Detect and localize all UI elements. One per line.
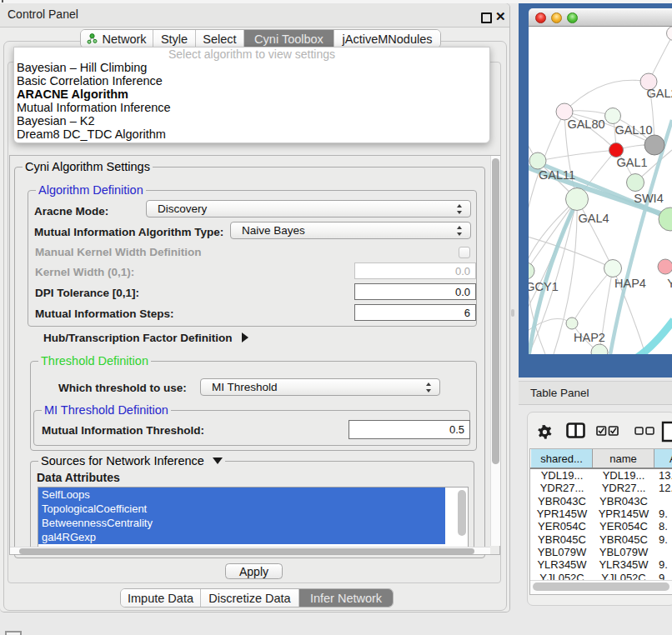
table-row[interactable]: YLR345WYLR345W9. xyxy=(530,558,672,571)
table-row[interactable]: YJL052CYJL052C9. xyxy=(530,571,672,580)
tab-select-label: Select xyxy=(203,32,236,46)
network-edge xyxy=(577,199,613,268)
node-table[interactable]: shared...nameA YDL19...YDL19...13.YDR27.… xyxy=(529,448,672,595)
combo-arrows-icon xyxy=(425,382,433,392)
network-node-gal1[interactable] xyxy=(609,143,624,158)
minimize-traffic-light[interactable] xyxy=(551,12,562,23)
table-cell: YPR145W xyxy=(593,508,654,520)
manual-kernel-checkbox[interactable] xyxy=(459,247,470,258)
tab-impute-data[interactable]: Impute Data xyxy=(121,589,201,607)
network-node-gal10[interactable] xyxy=(605,108,621,124)
network-window-titlebar[interactable] xyxy=(529,8,672,27)
mi-threshold-label: Mutual Information Threshold: xyxy=(42,424,204,437)
network-node-gal11[interactable] xyxy=(529,152,546,169)
zoom-traffic-light[interactable] xyxy=(567,12,578,23)
network-graph: GAL2GAL80GAL10GAL1GAL11GAL4SWI4GCY1HAP4Y… xyxy=(529,27,672,354)
float-window-icon[interactable] xyxy=(481,12,492,23)
hub-definition-toggle[interactable]: Hub/Transcription Factor Definition xyxy=(43,332,248,344)
attribute-item-topologicalcoefficient[interactable]: TopologicalCoefficient xyxy=(38,502,445,516)
vertical-scrollbar-thumb[interactable] xyxy=(492,158,499,464)
split-columns-icon[interactable] xyxy=(566,422,585,438)
table-cell: YBR045C xyxy=(593,533,654,546)
algorithm-option-aracne-algorithm[interactable]: ARACNE Algorithm xyxy=(14,88,489,101)
tab-discretize-data-label: Discretize Data xyxy=(208,592,290,605)
attribute-item-gal4rgexp[interactable]: gal4RGexp xyxy=(38,530,445,544)
tab-network[interactable]: Network xyxy=(81,30,153,48)
dpi-tolerance-field[interactable]: 0.0 xyxy=(354,283,476,300)
table-cell: YPR145W xyxy=(531,508,593,520)
data-attributes-list[interactable]: SelfLoopsTopologicalCoefficientBetweenne… xyxy=(38,487,469,548)
expand-arrow-icon xyxy=(242,332,248,342)
network-node[interactable] xyxy=(644,135,664,155)
panel-divider-handle[interactable] xyxy=(511,309,514,317)
table-cell: 13. xyxy=(659,469,672,482)
threshold-definition-title: Threshold Definition xyxy=(38,355,151,368)
column-header-shared[interactable]: shared... xyxy=(531,449,593,468)
dpi-tolerance-label: DPI Tolerance [0,1]: xyxy=(35,287,139,299)
node-label-hap4: HAP4 xyxy=(614,277,646,290)
mi-type-label: Mutual Information Algorithm Type: xyxy=(34,226,223,238)
tab-select[interactable]: Select xyxy=(196,30,244,48)
close-traffic-light[interactable] xyxy=(535,12,546,23)
tab-discretize-data[interactable]: Discretize Data xyxy=(201,589,299,607)
algorithm-option-bayesian-hill-climbing[interactable]: Bayesian – Hill Climbing xyxy=(14,61,489,74)
network-node-y[interactable] xyxy=(658,259,672,274)
mi-steps-label: Mutual Information Steps: xyxy=(35,308,174,320)
network-node-gcy1[interactable] xyxy=(529,262,534,279)
table-cell xyxy=(659,546,672,558)
network-node[interactable] xyxy=(667,27,672,41)
mi-type-value: Naive Bayes xyxy=(242,224,305,237)
network-node[interactable] xyxy=(591,344,608,354)
horizontal-scrollbar-thumb[interactable] xyxy=(19,548,474,554)
table-hscrollbar-thumb[interactable] xyxy=(533,582,669,591)
aracne-mode-select[interactable]: Discovery xyxy=(146,200,471,218)
collapse-arrow-icon[interactable] xyxy=(213,458,223,464)
aracne-mode-label: Aracne Mode: xyxy=(34,205,108,218)
document-icon[interactable] xyxy=(661,421,672,442)
mi-type-select[interactable]: Naive Bayes xyxy=(230,222,471,239)
attribute-item-betweennesscentrality[interactable]: BetweennessCentrality xyxy=(38,516,445,530)
tab-cyni-toolbox-label: Cyni Toolbox xyxy=(254,32,323,46)
tab-cyni-toolbox[interactable]: Cyni Toolbox xyxy=(244,30,334,48)
network-node-hap2[interactable] xyxy=(566,318,578,329)
network-node-gal4[interactable] xyxy=(566,188,589,211)
tab-style[interactable]: Style xyxy=(153,30,196,48)
algorithm-option-dream8-dc-tdc-algorithm[interactable]: Dream8 DC_TDC Algorithm xyxy=(14,128,489,141)
table-row[interactable]: YBL079WYBL079W xyxy=(530,546,672,558)
network-node-hap4[interactable] xyxy=(604,260,622,278)
close-icon[interactable]: ✕ xyxy=(495,9,506,24)
column-header-a[interactable]: A xyxy=(654,449,672,468)
table-row[interactable]: YPR145WYPR145W9. xyxy=(530,508,672,520)
table-cell: 9. xyxy=(659,558,672,571)
table-row[interactable]: YDL19...YDL19...13. xyxy=(530,469,672,482)
gear-icon[interactable] xyxy=(538,425,552,439)
checked-columns-icon[interactable] xyxy=(596,426,619,436)
algorithm-option-bayesian-k2[interactable]: Bayesian – K2 xyxy=(14,114,489,128)
tab-jactivemnodules[interactable]: jActiveMNodules xyxy=(334,30,440,48)
kernel-width-field[interactable]: 0.0 xyxy=(354,262,476,279)
which-threshold-select[interactable]: MI Threshold xyxy=(200,378,440,396)
apply-button[interactable]: Apply xyxy=(225,563,283,579)
network-canvas[interactable]: GAL2GAL80GAL10GAL1GAL11GAL4SWI4GCY1HAP4Y… xyxy=(529,27,672,354)
mi-steps-field[interactable]: 6 xyxy=(354,304,476,321)
algorithm-option-mutual-information-inference[interactable]: Mutual Information Inference xyxy=(14,101,489,114)
mi-threshold-field[interactable]: 0.5 xyxy=(349,420,470,439)
table-row[interactable]: YBR045CYBR045C9. xyxy=(530,533,672,546)
table-cell: 9. xyxy=(659,533,672,546)
table-row[interactable]: YDR27...YDR27...12. xyxy=(530,482,672,494)
attribute-item-selfloops[interactable]: SelfLoops xyxy=(38,488,445,502)
algorithm-option-basic-correlation-inference[interactable]: Basic Correlation Inference xyxy=(14,74,489,88)
unchecked-columns-icon[interactable] xyxy=(634,427,655,435)
table-row[interactable]: YER054CYER054C8. xyxy=(530,520,672,532)
mi-threshold-definition-title: MI Threshold Definition xyxy=(42,404,171,417)
table-body: YDL19...YDL19...13.YDR27...YDR27...12.YB… xyxy=(530,469,672,580)
column-header-name[interactable]: name xyxy=(593,449,654,468)
node-label-gcy1: GCY1 xyxy=(529,280,559,293)
table-panel-title: Table Panel xyxy=(530,387,589,399)
control-panel-title: Control Panel xyxy=(8,8,78,21)
tab-infer-network[interactable]: Infer Network xyxy=(299,589,393,607)
list-scrollbar-thumb[interactable] xyxy=(458,490,466,536)
network-node-swi4[interactable] xyxy=(627,174,644,192)
table-row[interactable]: YBR043CYBR043C xyxy=(530,495,672,508)
table-hscrollbar-track[interactable] xyxy=(530,580,672,595)
